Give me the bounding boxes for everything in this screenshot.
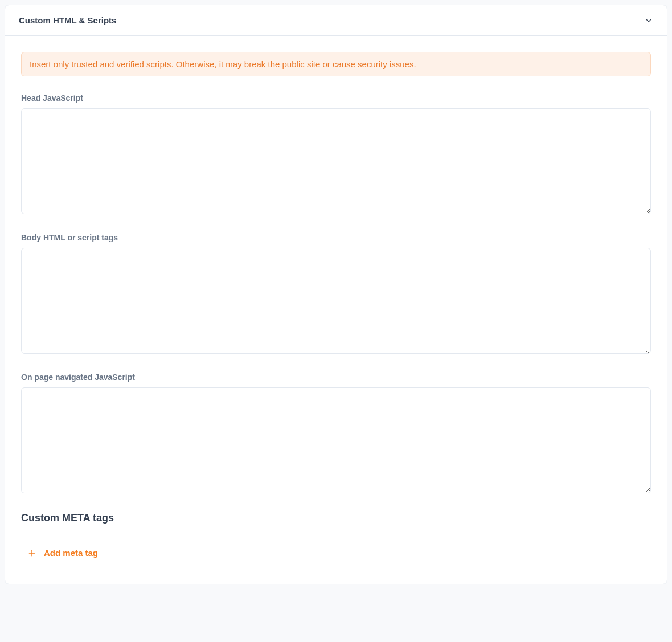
head-js-label: Head JavaScript: [21, 93, 651, 103]
panel-header[interactable]: Custom HTML & Scripts: [5, 5, 667, 36]
body-html-label: Body HTML or script tags: [21, 233, 651, 242]
add-meta-tag-label: Add meta tag: [44, 548, 98, 558]
field-group-on-navigate-js: On page navigated JavaScript: [21, 373, 651, 495]
body-html-textarea[interactable]: [21, 248, 651, 354]
panel-body: Insert only trusted and verified scripts…: [5, 36, 667, 584]
field-group-head-js: Head JavaScript: [21, 93, 651, 216]
field-group-body-html: Body HTML or script tags: [21, 233, 651, 355]
on-navigate-js-textarea[interactable]: [21, 387, 651, 493]
on-navigate-js-label: On page navigated JavaScript: [21, 373, 651, 382]
plus-icon: [28, 549, 36, 557]
chevron-down-icon: [644, 16, 653, 25]
panel-title: Custom HTML & Scripts: [19, 15, 116, 25]
custom-html-scripts-panel: Custom HTML & Scripts Insert only truste…: [5, 5, 667, 584]
warning-alert: Insert only trusted and verified scripts…: [21, 52, 651, 76]
head-js-textarea[interactable]: [21, 108, 651, 214]
add-meta-tag-button[interactable]: Add meta tag: [21, 545, 105, 561]
meta-tags-title: Custom META tags: [21, 512, 651, 524]
